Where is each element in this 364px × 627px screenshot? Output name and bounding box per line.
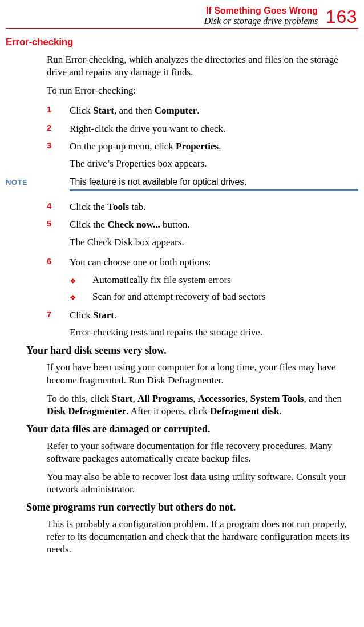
step-1: 1 Click Start, and then Computer. <box>47 103 358 118</box>
para: This is probably a configuration problem… <box>47 518 358 556</box>
step-7: 7 Click Start. <box>47 308 358 323</box>
para-torun: To run Error-checking: <box>47 84 358 97</box>
diamond-icon: ❖ <box>70 276 76 288</box>
header-rule <box>6 28 358 29</box>
para: You may also be able to recover lost dat… <box>47 471 358 496</box>
options-list: ❖ Automatically fix file system errors ❖… <box>70 272 358 304</box>
step-number: 7 <box>47 308 51 321</box>
header-section: Disk or storage drive problems <box>204 16 318 26</box>
step-4: 4 Click the Tools tab. <box>47 199 358 215</box>
step-text: Click Start, and then Computer. <box>70 105 200 116</box>
option-text: Scan for and attempt recovery of bad sec… <box>92 291 266 302</box>
para: To do this, click Start, All Programs, A… <box>47 393 358 418</box>
step-number: 1 <box>47 103 51 116</box>
header-chapter: If Something Goes Wrong <box>204 6 318 16</box>
step-3: 3 On the pop-up menu, click Properties. <box>47 139 358 154</box>
section-title-error-checking: Error-checking <box>6 37 358 48</box>
step-2: 2 Right-click the drive you want to chec… <box>47 121 358 136</box>
page-header: If Something Goes Wrong Disk or storage … <box>6 6 358 26</box>
note-text: This feature is not available for optica… <box>70 177 358 187</box>
step-text: Click the Check now... button. <box>70 219 190 230</box>
para: Refer to your software documentation for… <box>47 440 358 465</box>
step-text: Right-click the drive you want to check. <box>70 123 225 134</box>
option-item: ❖ Scan for and attempt recovery of bad s… <box>70 289 358 304</box>
note-block: NOTE This feature is not available for o… <box>6 177 358 191</box>
note-rule <box>70 189 358 191</box>
steps-list: 1 Click Start, and then Computer. 2 Righ… <box>47 103 358 154</box>
step-7-continuation: Error-checking tests and repairs the sto… <box>47 326 358 339</box>
step-6: 6 You can choose one or both options: <box>47 254 358 270</box>
subhead-some-programs: Some programs run correctly but others d… <box>26 501 358 513</box>
step-text: Click the Tools tab. <box>70 201 146 212</box>
step-number: 5 <box>47 217 51 230</box>
step-number: 6 <box>47 254 51 268</box>
para: If you have been using your computer for… <box>47 361 358 386</box>
step-text: Click Start. <box>70 310 116 321</box>
subhead-slow-disk: Your hard disk seems very slow. <box>26 345 358 357</box>
page-number: 163 <box>326 7 357 26</box>
step-number: 3 <box>47 139 51 152</box>
step-text: On the pop-up menu, click Properties. <box>70 141 221 152</box>
para-intro: Run Error-checking, which analyzes the d… <box>47 54 358 79</box>
note-label: NOTE <box>6 177 70 187</box>
step-number: 2 <box>47 121 51 135</box>
diamond-icon: ❖ <box>70 292 76 304</box>
step-5: 5 Click the Check now... button. <box>47 217 358 232</box>
step-number: 4 <box>47 199 51 213</box>
step-3-continuation: The drive’s Properties box appears. <box>47 157 358 170</box>
step-text: You can choose one or both options: <box>70 257 211 268</box>
option-item: ❖ Automatically fix file system errors <box>70 272 358 288</box>
step-5-continuation: The Check Disk box appears. <box>47 236 358 249</box>
option-text: Automatically fix file system errors <box>92 274 231 285</box>
steps-list-cont: 4 Click the Tools tab. 5 Click the Check… <box>47 199 358 232</box>
subhead-data-damaged: Your data files are damaged or corrupted… <box>26 423 358 435</box>
